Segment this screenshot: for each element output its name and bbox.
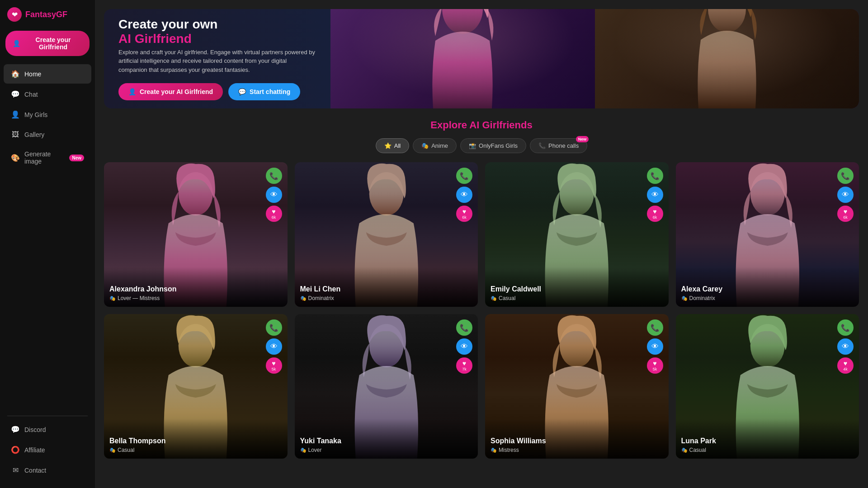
card-name-alexa: Alexa Carey (681, 285, 854, 293)
heart-icon: ♥ (844, 360, 847, 367)
like-button-row2-2[interactable]: ♥ 7k (456, 357, 472, 374)
like-count-emily: 6k (653, 215, 657, 220)
phone-icon: 📞 (538, 142, 546, 149)
star-icon: ⭐ (384, 142, 392, 149)
view-button-row2-1[interactable]: 👁 (266, 338, 282, 355)
card-info-mei: Mei Li Chen 🎭 Dominatrix (295, 267, 478, 307)
card-actions-row2-4: 📞 👁 ♥ 4k (837, 319, 854, 374)
like-button-mei[interactable]: ♥ 6k (456, 206, 472, 222)
view-button-mei[interactable]: 👁 (456, 187, 472, 203)
onlyfans-icon: 📸 (469, 142, 476, 149)
call-button-mei[interactable]: 📞 (456, 168, 472, 184)
create-girlfriend-button[interactable]: 👤 Create your Girlfriend (5, 31, 90, 56)
filter-tab-all[interactable]: ⭐ All (376, 138, 409, 153)
card-info-row2-1: Bella Thompson 🎭 Casual (104, 419, 288, 459)
sidebar-item-label: Generate image (24, 150, 63, 165)
girl-card-alexandra[interactable]: 📞 👁 ♥ 6k Alexandra Johnson 🎭 Lover — Mis… (104, 162, 288, 307)
hero-figure-1 (417, 9, 508, 108)
sidebar-bottom: 💬 Discord ⭕ Affiliate ✉ Contact (0, 412, 95, 481)
sidebar-item-label: My Girls (24, 111, 47, 118)
girl-card-row2-1[interactable]: 📞 👁 ♥ 5k Bella Thompson 🎭 Casual (104, 314, 288, 459)
sidebar-item-gallery[interactable]: 🖼 Gallery (4, 125, 91, 144)
card-actions-alexa: 📞 👁 ♥ 6k (837, 168, 854, 222)
create-icon: 👤 (13, 40, 20, 47)
girl-card-row2-2[interactable]: 📞 👁 ♥ 7k Yuki Tanaka 🎭 Lover (295, 314, 478, 459)
like-button-alexa[interactable]: ♥ 6k (837, 206, 854, 222)
like-button-row2-4[interactable]: ♥ 4k (837, 357, 854, 374)
girl-card-mei[interactable]: 📞 👁 ♥ 6k Mei Li Chen 🎭 Dominatrix (295, 162, 478, 307)
like-count-row2-3: 5k (653, 367, 657, 371)
girl-card-alexa[interactable]: 📞 👁 ♥ 6k Alexa Carey 🎭 Dominatrix (676, 162, 859, 307)
call-button-alexandra[interactable]: 📞 (266, 168, 282, 184)
view-button-emily[interactable]: 👁 (647, 187, 663, 203)
view-button-row2-2[interactable]: 👁 (456, 338, 472, 355)
generate-new-badge: New (69, 155, 84, 161)
like-count-alexandra: 6k (272, 215, 276, 220)
hero-content: Create your own AI Girlfriend Explore an… (104, 9, 330, 108)
sidebar-item-label: Home (24, 70, 41, 78)
svg-point-1 (708, 9, 746, 33)
hero-create-button[interactable]: 👤 Create your AI Girlfriend (118, 83, 223, 100)
filter-tabs: ⭐ All 🎭 Anime 📸 OnlyFans Girls 📞 Phone c… (104, 138, 859, 153)
view-button-row2-3[interactable]: 👁 (647, 338, 663, 355)
call-button-row2-4[interactable]: 📞 (837, 319, 854, 336)
phone-call-icon: 📞 (651, 172, 660, 180)
call-button-row2-2[interactable]: 📞 (456, 319, 472, 336)
card-role-row2-4: 🎭 Casual (681, 447, 854, 453)
like-button-row2-3[interactable]: ♥ 5k (647, 357, 663, 374)
logo: ❤ FantasyGF (0, 7, 95, 31)
card-role-alexa: 🎭 Dominatrix (681, 295, 854, 301)
card-info-row2-4: Luna Park 🎭 Casual (676, 419, 859, 459)
like-button-alexandra[interactable]: ♥ 6k (266, 206, 282, 222)
sidebar-item-my-girls[interactable]: 👤 My Girls (4, 105, 91, 124)
role-icon: 🎭 (300, 447, 307, 453)
sidebar-item-affiliate[interactable]: ⭕ Affiliate (4, 440, 91, 460)
filter-tab-anime[interactable]: 🎭 Anime (413, 138, 457, 153)
girl-card-row2-4[interactable]: 📞 👁 ♥ 4k Luna Park 🎭 Casual (676, 314, 859, 459)
sidebar-item-home[interactable]: 🏠 Home (4, 64, 91, 84)
hero-chat-button[interactable]: 💬 Start chatting (228, 83, 300, 100)
phone-call-icon: 📞 (269, 172, 278, 180)
phone-call-icon: 📞 (460, 324, 469, 332)
girl-card-row2-3[interactable]: 📞 👁 ♥ 5k Sophia Williams 🎭 Mistress (485, 314, 669, 459)
girl-card-emily[interactable]: 📞 👁 ♥ 6k Emily Caldwell 🎭 Casual (485, 162, 669, 307)
like-button-row2-1[interactable]: ♥ 5k (266, 357, 282, 374)
view-icon: 👁 (270, 191, 278, 199)
like-button-emily[interactable]: ♥ 6k (647, 206, 663, 222)
card-name-mei: Mei Li Chen (300, 285, 473, 293)
like-count-row2-4: 4k (843, 367, 848, 371)
card-role-row2-2: 🎭 Lover (300, 447, 473, 453)
hero-figure-2 (682, 9, 772, 108)
create-ai-icon: 👤 (128, 88, 136, 95)
sidebar-item-label: Chat (24, 91, 38, 98)
card-info-alexandra: Alexandra Johnson 🎭 Lover — Mistress (104, 267, 288, 307)
call-button-emily[interactable]: 📞 (647, 168, 663, 184)
view-button-alexandra[interactable]: 👁 (266, 187, 282, 203)
card-role-row2-3: 🎭 Mistress (491, 447, 663, 453)
view-button-row2-4[interactable]: 👁 (837, 338, 854, 355)
call-button-alexa[interactable]: 📞 (837, 168, 854, 184)
chat-icon: 💬 (11, 90, 20, 99)
call-button-row2-3[interactable]: 📞 (647, 319, 663, 336)
filter-tab-onlyfans[interactable]: 📸 OnlyFans Girls (460, 138, 526, 153)
card-role-row2-1: 🎭 Casual (109, 447, 282, 453)
svg-point-0 (442, 9, 483, 34)
call-button-row2-1[interactable]: 📞 (266, 319, 282, 336)
hero-image-2 (595, 9, 859, 108)
like-count-mei: 6k (462, 215, 467, 220)
heart-icon: ♥ (272, 208, 275, 215)
hero-title: Create your own AI Girlfriend (118, 17, 316, 46)
heart-icon: ♥ (653, 360, 656, 367)
sidebar-item-contact[interactable]: ✉ Contact (4, 460, 91, 480)
sidebar-item-generate[interactable]: 🎨 Generate image New (4, 145, 91, 170)
sidebar-item-discord[interactable]: 💬 Discord (4, 420, 91, 439)
logo-icon: ❤ (7, 7, 22, 22)
view-icon: 👁 (842, 343, 849, 351)
explore-title: Explore AI Girlfriends (104, 119, 859, 131)
hero-buttons: 👤 Create your AI Girlfriend 💬 Start chat… (118, 83, 316, 100)
filter-tab-phone-calls[interactable]: 📞 Phone calls New (530, 138, 587, 153)
view-button-alexa[interactable]: 👁 (837, 187, 854, 203)
sidebar-item-chat[interactable]: 💬 Chat (4, 84, 91, 104)
card-name-row2-3: Sophia Williams (491, 437, 663, 445)
card-info-row2-2: Yuki Tanaka 🎭 Lover (295, 419, 478, 459)
